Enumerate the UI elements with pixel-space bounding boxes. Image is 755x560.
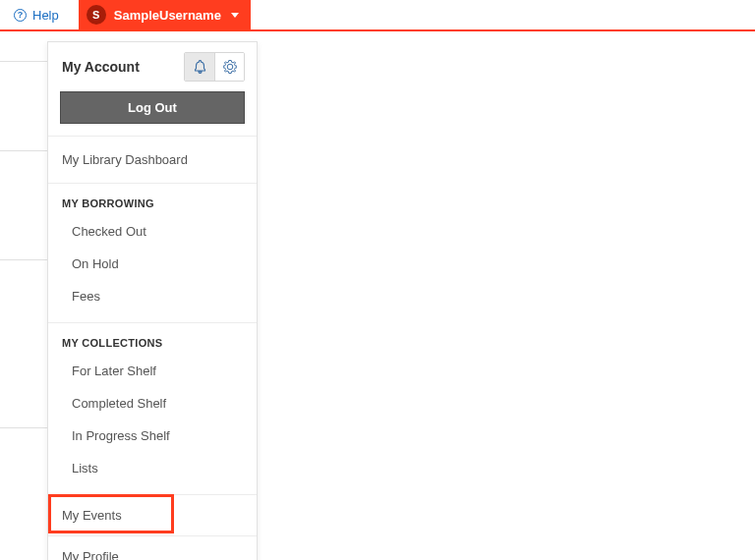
menu-item-events[interactable]: My Events: [48, 495, 257, 535]
user-menu-button[interactable]: S SampleUsername: [79, 0, 251, 29]
chevron-down-icon: [231, 10, 239, 21]
settings-button[interactable]: [214, 53, 244, 81]
username-label: SampleUsername: [114, 8, 221, 23]
bottom-section: My Events My Profile My Settings: [48, 494, 257, 560]
menu-item-lists[interactable]: Lists: [48, 452, 257, 484]
menu-item-profile[interactable]: My Profile: [48, 535, 257, 560]
dashboard-section: My Library Dashboard: [48, 136, 257, 183]
topbar: ? Help S SampleUsername: [0, 0, 755, 31]
collections-header: My Collections: [48, 333, 257, 355]
menu-item-checked-out[interactable]: Checked Out: [48, 215, 257, 248]
help-icon: ?: [14, 9, 27, 22]
menu-item-on-hold[interactable]: On Hold: [48, 248, 257, 280]
menu-item-completed[interactable]: Completed Shelf: [48, 387, 257, 420]
menu-item-for-later[interactable]: For Later Shelf: [48, 355, 257, 387]
bell-icon: [194, 60, 206, 74]
help-label: Help: [32, 8, 59, 23]
dropdown-header: My Account: [48, 42, 257, 91]
logout-button[interactable]: Log Out: [60, 91, 245, 124]
background-decoration: [0, 33, 47, 428]
account-dropdown: My Account Log Out My Library Dashboard …: [47, 41, 258, 560]
gear-icon: [223, 60, 237, 74]
avatar: S: [87, 5, 106, 25]
help-button[interactable]: ? Help: [0, 0, 73, 29]
dropdown-title: My Account: [62, 59, 140, 75]
borrowing-header: My Borrowing: [48, 194, 257, 215]
notifications-button[interactable]: [185, 53, 214, 81]
menu-item-in-progress[interactable]: In Progress Shelf: [48, 420, 257, 452]
menu-item-dashboard[interactable]: My Library Dashboard: [48, 146, 257, 173]
collections-section: My Collections For Later Shelf Completed…: [48, 322, 257, 494]
header-icon-group: [184, 52, 245, 82]
borrowing-section: My Borrowing Checked Out On Hold Fees: [48, 183, 257, 322]
menu-item-fees[interactable]: Fees: [48, 280, 257, 312]
